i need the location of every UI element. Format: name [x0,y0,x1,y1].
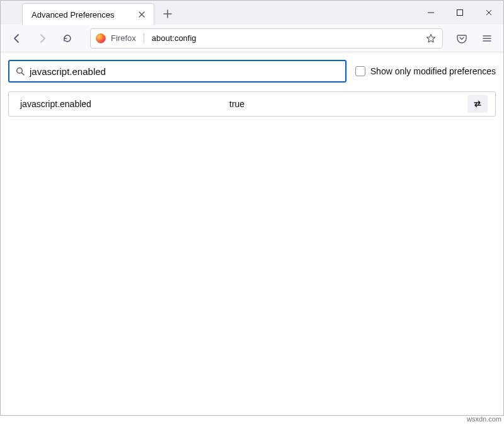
window-controls [416,1,503,25]
browser-window: Advanced Preferences [0,0,504,416]
address-brand-label: Firefox [111,33,136,43]
address-separator [144,33,144,43]
app-menu-button[interactable] [477,28,497,49]
tab-advanced-preferences[interactable]: Advanced Preferences [22,3,154,25]
search-icon [16,67,25,76]
show-only-modified-label: Show only modified preferences [370,66,496,76]
maximize-button[interactable] [445,1,474,25]
checkbox-icon [355,66,365,76]
page-content: Show only modified preferences javascrip… [1,52,503,415]
pref-name: javascript.enabled [20,99,222,109]
pref-search-box[interactable] [8,60,346,83]
svg-rect-0 [457,10,463,16]
pref-row[interactable]: javascript.enabled true [9,92,495,116]
show-only-modified-toggle[interactable]: Show only modified preferences [355,66,496,76]
navigation-toolbar: Firefox about:config [1,25,503,52]
firefox-logo-icon [96,33,106,43]
bookmark-star-icon[interactable] [423,31,438,46]
tab-strip: Advanced Preferences [1,1,503,25]
search-row: Show only modified preferences [8,60,496,83]
toggle-pref-button[interactable] [467,95,488,113]
tab-title: Advanced Preferences [32,10,130,20]
address-bar[interactable]: Firefox about:config [90,28,443,49]
close-tab-icon[interactable] [136,9,147,20]
new-tab-button[interactable] [158,4,177,23]
close-window-button[interactable] [474,1,503,25]
pref-value: true [229,99,460,109]
swap-icon [472,99,483,109]
pocket-button[interactable] [452,28,472,49]
pref-search-input[interactable] [30,66,339,77]
watermark: wsxdn.com [467,415,501,423]
pref-results: javascript.enabled true [8,91,496,117]
reload-button[interactable] [57,28,77,49]
forward-button[interactable] [32,28,52,49]
back-button[interactable] [7,28,27,49]
address-url: about:config [152,33,418,43]
minimize-button[interactable] [416,1,445,25]
